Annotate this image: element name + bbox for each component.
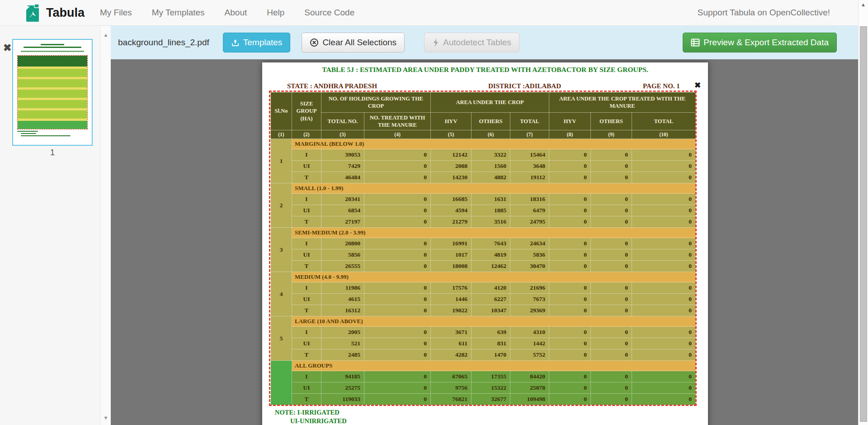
page-thumbnail[interactable]	[12, 39, 93, 146]
window-scrollbar[interactable]: ▲	[858, 0, 868, 425]
clear-button-label: Clear All Selections	[322, 38, 396, 48]
thumbnail-group-rows	[18, 79, 87, 87]
remove-page-button[interactable]: ✖	[3, 43, 11, 53]
nav-item-help[interactable]: Help	[267, 8, 284, 18]
thumbnail-title-line	[41, 44, 64, 45]
sidebar-scrollbar[interactable]: ▲ ▼	[100, 26, 111, 425]
scroll-down-icon[interactable]: ▼	[101, 415, 111, 420]
thumbnail-table-header	[18, 56, 87, 67]
nav-item-source-code[interactable]: Source Code	[304, 8, 354, 18]
templates-button[interactable]: Templates	[223, 33, 291, 53]
table-selection-overlay[interactable]	[269, 91, 697, 406]
page-no-label: PAGE NO. 1	[643, 82, 680, 90]
table-list-icon	[691, 38, 700, 47]
thumbnail-note-line	[21, 133, 36, 134]
pdf-page: TABLE 5J : ESTIMATED AREA UNDER PADDY TR…	[262, 62, 708, 425]
remove-selection-button[interactable]: ✖	[694, 81, 701, 90]
autodetect-tables-button[interactable]: Autodetect Tables	[424, 33, 519, 53]
filename-label: background_lines_2.pdf	[118, 38, 209, 48]
support-link[interactable]: Support Tabula on OpenCollective!	[698, 8, 830, 18]
tabula-logo-icon	[24, 3, 41, 23]
scrollbar-thumb[interactable]	[860, 26, 867, 422]
preview-export-button[interactable]: Preview & Export Extracted Data	[683, 33, 837, 53]
thumbnail-subtitle-line	[24, 47, 81, 48]
brand-title: Tabula	[46, 6, 85, 20]
thumbnail-group-rows	[18, 100, 87, 108]
nav-menu: My Files My Templates About Help Source …	[100, 8, 354, 18]
templates-button-label: Templates	[243, 38, 283, 48]
lightning-bolt-icon	[432, 38, 439, 47]
template-icon	[231, 38, 240, 47]
state-label: STATE : ANDHRA PRADESH	[287, 82, 377, 90]
top-navbar: Tabula My Files My Templates About Help …	[0, 0, 868, 26]
export-button-label: Preview & Export Extracted Data	[703, 38, 829, 48]
clear-circle-x-icon	[310, 38, 319, 47]
scroll-up-icon[interactable]: ▲	[859, 2, 868, 7]
clear-all-selections-button[interactable]: Clear All Selections	[302, 33, 405, 53]
thumbnail-group-rows	[18, 110, 87, 119]
page-number-label: 1	[12, 148, 93, 158]
district-label: DISTRICT :ADILABAD	[488, 82, 561, 90]
pdf-viewport: TABLE 5J : ESTIMATED AREA UNDER PADDY TR…	[111, 59, 858, 425]
thumbnail-group-rows	[18, 69, 87, 77]
thumbnail-group-rows	[18, 90, 87, 98]
page-thumbnails-sidebar: ✖ 1 ▲ ▼	[0, 26, 111, 425]
autodetect-button-label: Autodetect Tables	[443, 38, 511, 48]
document-title: TABLE 5J : ESTIMATED AREA UNDER PADDY TR…	[262, 66, 708, 74]
scroll-up-icon[interactable]: ▲	[101, 32, 111, 38]
nav-item-my-templates[interactable]: My Templates	[152, 8, 205, 18]
thumbnail-table-selection	[17, 55, 88, 129]
thumbnail-meta-line	[21, 51, 84, 52]
thumbnail-note-line	[17, 131, 38, 132]
thumbnail-group-rows	[18, 121, 87, 129]
note-line-1: NOTE: I-IRRIGATED	[275, 409, 340, 416]
thumbnail-note-line	[21, 135, 71, 136]
note-line-2: UI-UNIRRIGATED	[290, 417, 347, 425]
nav-item-my-files[interactable]: My Files	[100, 8, 132, 18]
nav-item-about[interactable]: About	[225, 8, 247, 18]
document-toolbar: background_lines_2.pdf Templates Clear A…	[111, 26, 858, 59]
